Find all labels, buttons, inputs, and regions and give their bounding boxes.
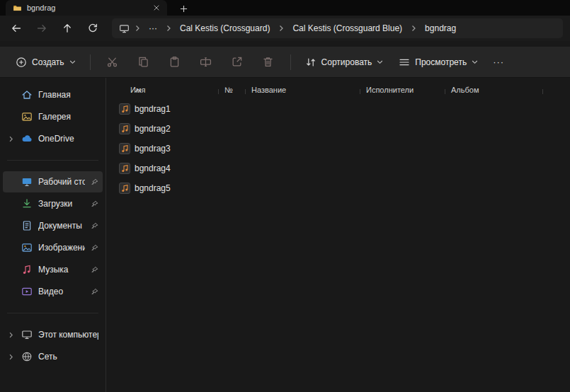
titlebar-content-gap <box>0 41 570 47</box>
sidebar-item-documents[interactable]: Документы <box>3 215 103 236</box>
monitor-icon <box>119 23 130 34</box>
sidebar-item-label: Галерея <box>38 112 98 122</box>
file-row[interactable]: bgndrag2 <box>113 119 538 139</box>
back-button[interactable] <box>4 18 28 38</box>
view-button[interactable]: Просмотреть <box>392 51 485 74</box>
pin-icon <box>91 244 98 252</box>
sidebar-item-this-pc[interactable]: Этот компьютер <box>3 324 103 345</box>
sidebar-item-label: Сеть <box>38 352 98 362</box>
chevron-down-icon <box>472 59 478 65</box>
column-label: № <box>224 86 233 94</box>
view-icon <box>399 57 410 68</box>
desktop-icon <box>21 176 33 188</box>
sort-icon <box>305 57 317 68</box>
rename-button[interactable] <box>191 51 221 74</box>
file-rows: bgndrag1 bgndrag2 bgndrag3 <box>113 99 570 198</box>
sidebar-item-label: Музыка <box>38 265 85 275</box>
cut-icon <box>106 56 118 68</box>
media-file-icon <box>119 163 130 174</box>
share-button[interactable] <box>222 51 252 74</box>
sidebar-item-pictures[interactable]: Изображения <box>3 237 103 258</box>
trash-icon <box>262 56 274 68</box>
column-label: Альбом <box>451 86 479 94</box>
onedrive-icon <box>21 133 33 144</box>
plus-circle-icon <box>16 57 27 68</box>
file-name: bgndrag5 <box>135 183 171 193</box>
pin-icon <box>91 266 98 274</box>
file-name: bgndrag1 <box>135 104 171 114</box>
explorer-tab[interactable]: bgndrag <box>6 0 167 16</box>
paste-button[interactable] <box>160 51 190 74</box>
file-row[interactable]: bgndrag5 <box>113 178 538 198</box>
pin-icon <box>91 222 98 230</box>
copy-icon <box>137 56 149 68</box>
tab-close-icon[interactable] <box>150 1 163 14</box>
refresh-button[interactable] <box>81 18 105 38</box>
paste-icon <box>169 56 181 68</box>
chevron-right-icon[interactable] <box>6 354 16 360</box>
sidebar-item-onedrive[interactable]: OneDrive <box>3 128 103 149</box>
media-file-icon <box>119 143 130 154</box>
pin-icon <box>91 178 98 186</box>
sidebar-item-downloads[interactable]: Загрузки <box>3 193 103 214</box>
column-label: Исполнители <box>366 86 414 94</box>
column-header-name[interactable]: Имя <box>113 86 219 98</box>
sort-button[interactable]: Сортировать <box>298 51 391 74</box>
file-explorer-window: bgndrag ··· <box>0 0 570 392</box>
column-header-album[interactable]: Альбом <box>445 86 543 98</box>
tab-title: bgndrag <box>27 4 145 12</box>
more-options-button[interactable]: ··· <box>486 51 511 74</box>
sidebar-item-gallery[interactable]: Галерея <box>3 106 103 127</box>
cut-button[interactable] <box>98 51 127 74</box>
sidebar-item-label: Видео <box>38 287 85 296</box>
column-header-title[interactable]: Название <box>246 86 360 98</box>
file-row[interactable]: bgndrag4 <box>113 158 538 178</box>
column-header-artists[interactable]: Исполнители <box>360 86 445 98</box>
sidebar-item-videos[interactable]: Видео <box>3 281 103 302</box>
column-header-number[interactable]: № <box>219 86 246 98</box>
copy-button[interactable] <box>129 51 159 74</box>
sidebar-item-home[interactable]: Главная <box>3 84 103 105</box>
media-file-icon <box>119 123 130 134</box>
sidebar-item-label: Загрузки <box>38 199 85 209</box>
pin-icon <box>91 288 98 296</box>
create-label: Создать <box>32 57 64 67</box>
file-name: bgndrag4 <box>135 163 171 173</box>
sidebar-divider <box>7 313 98 313</box>
media-file-icon <box>119 183 130 194</box>
sidebar-item-network[interactable]: Сеть <box>3 346 103 367</box>
folder-icon <box>13 4 22 13</box>
file-row[interactable]: bgndrag3 <box>113 139 538 158</box>
address-bar[interactable]: ··· Cal Kestis (Crossguard) Cal Kestis (… <box>112 18 563 38</box>
breadcrumb-item-current[interactable]: bgndrag <box>420 21 461 35</box>
chevron-down-icon <box>377 59 383 65</box>
chevron-down-icon <box>69 59 76 65</box>
sidebar-item-music[interactable]: Музыка <box>3 259 103 280</box>
gallery-icon <box>21 111 33 122</box>
command-toolbar: Создать <box>0 47 570 78</box>
forward-button[interactable] <box>30 18 54 38</box>
file-row[interactable]: bgndrag1 <box>113 99 538 119</box>
up-button[interactable] <box>55 18 79 38</box>
pictures-icon <box>21 242 33 253</box>
this-pc-icon <box>21 329 33 340</box>
create-button[interactable]: Создать <box>8 51 83 74</box>
breadcrumb-overflow[interactable]: ··· <box>144 21 162 35</box>
toolbar-separator <box>90 54 91 70</box>
music-icon <box>21 264 33 275</box>
sidebar-item-desktop[interactable]: Рабочий стол <box>3 171 103 192</box>
pin-icon <box>91 200 98 208</box>
file-list-pane: Имя № Название Исполнители Альбом <box>106 78 570 392</box>
breadcrumb-item[interactable]: Cal Kestis (Crossguard) <box>175 21 275 35</box>
new-tab-button[interactable] <box>177 2 190 15</box>
breadcrumb-item[interactable]: Cal Kestis (Crossguard Blue) <box>287 21 407 35</box>
toolbar-separator <box>290 54 291 70</box>
downloads-icon <box>21 198 33 209</box>
chevron-right-icon[interactable] <box>6 332 16 338</box>
sidebar-item-label: Рабочий стол <box>38 177 85 187</box>
file-name: bgndrag2 <box>135 124 171 134</box>
column-headers: Имя № Название Исполнители Альбом <box>113 79 570 98</box>
chevron-right-icon[interactable] <box>6 136 16 142</box>
navigation-pane: Главная Галерея OneDrive <box>0 78 106 392</box>
delete-button[interactable] <box>253 51 283 74</box>
